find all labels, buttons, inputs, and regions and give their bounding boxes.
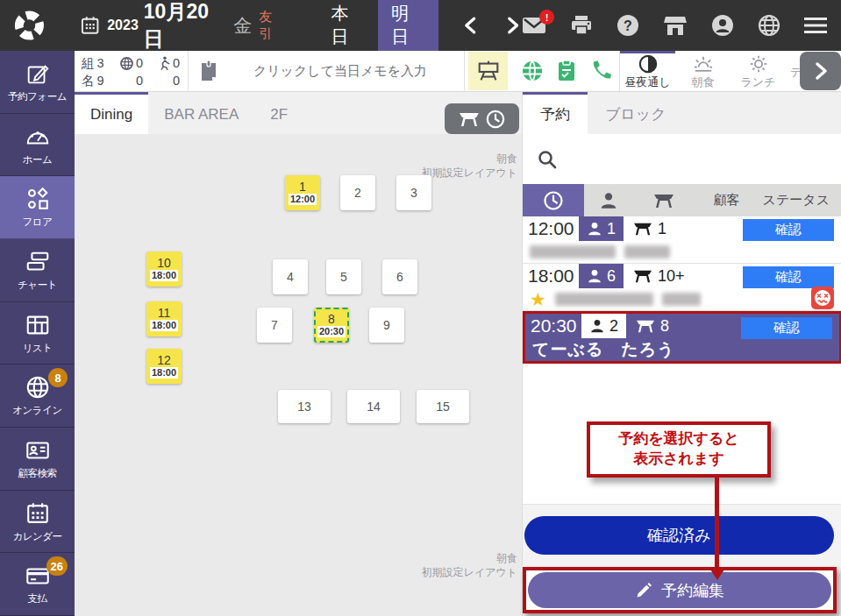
phone-icon[interactable]: [589, 60, 612, 82]
guests-column[interactable]: [584, 191, 633, 210]
waitlist-clipboard-icon[interactable]: [557, 60, 576, 82]
chart-icon: [25, 249, 51, 275]
floor-table-6[interactable]: 6: [382, 259, 417, 294]
board-button[interactable]: [468, 52, 508, 90]
floor-tab-dining[interactable]: Dining: [75, 92, 148, 134]
floor-table-2[interactable]: 2: [340, 175, 375, 210]
confirm-button[interactable]: 確認: [743, 219, 834, 241]
svg-text:?: ?: [624, 18, 632, 33]
menu-icon[interactable]: [804, 17, 827, 34]
person-icon: [587, 268, 602, 284]
floor-table-15[interactable]: 15: [417, 390, 469, 423]
panel-tab-reservations[interactable]: 予約: [523, 92, 588, 134]
floor-tab-bar-area[interactable]: BAR AREA: [148, 92, 254, 134]
floor-table-9[interactable]: 9: [369, 308, 404, 343]
date-year: 2023: [107, 18, 139, 33]
chevron-right-icon: [812, 60, 830, 81]
mark-confirmed-button[interactable]: 確認済み: [524, 516, 834, 555]
sidebar-item-chart[interactable]: チャート: [0, 239, 75, 302]
clock-icon: [543, 190, 564, 211]
floor-tab-2f[interactable]: 2F: [254, 92, 303, 134]
table-icon: [635, 317, 656, 335]
reservation-row-2030-selected[interactable]: 20:30 2 8 確認: [523, 311, 841, 364]
person-icon: [589, 318, 605, 334]
floor-table-12[interactable]: 1218:00: [146, 349, 182, 384]
day-memo-input[interactable]: クリックして当日メモを入力: [189, 51, 465, 91]
sort-by-time-cell[interactable]: [523, 184, 584, 216]
reservation-rows: 12:00 1 1 確認: [523, 216, 841, 364]
guest-count-chip: 1: [579, 216, 624, 241]
customer-column[interactable]: 顧客: [714, 192, 740, 209]
tomorrow-button[interactable]: 明日: [378, 0, 438, 51]
floor-table-1[interactable]: 112:00: [285, 175, 320, 210]
sidebar-item-home[interactable]: ホーム: [0, 114, 75, 177]
floor-table-7[interactable]: 7: [257, 308, 292, 343]
floor-map: Dining BAR AREA 2F 朝食 初期設定レイアウト 朝食: [75, 92, 522, 616]
floor-table-10[interactable]: 1018:00: [146, 251, 182, 287]
floor-icon: [25, 186, 51, 212]
reservation-row-1800[interactable]: 18:00 6 10+ 確認: [523, 264, 841, 311]
table-icon: [632, 220, 653, 237]
tables-column[interactable]: [633, 191, 695, 210]
status-column[interactable]: ステータス: [763, 192, 830, 209]
panel-tab-strip: 予約 ブロック: [523, 92, 841, 134]
panel-tab-block[interactable]: ブロック: [588, 92, 684, 134]
app-logo-icon: [12, 8, 46, 43]
web-reservation-icon[interactable]: [521, 60, 544, 82]
floor-table-3[interactable]: 3: [396, 175, 431, 210]
printer-icon[interactable]: [570, 15, 593, 36]
prev-day-icon[interactable]: [461, 15, 480, 36]
date-main: 10月20日: [144, 0, 226, 53]
reservation-row-1200[interactable]: 12:00 1 1 確認: [523, 216, 841, 264]
guest-count-chip: 6: [579, 264, 624, 288]
edit-form-icon: [25, 60, 51, 87]
sidebar-item-online[interactable]: 8 オンライン: [0, 365, 75, 428]
meal-tabs-next-button[interactable]: [800, 52, 841, 90]
meal-tab-lunch[interactable]: ランチ: [731, 51, 786, 91]
store-icon[interactable]: [663, 14, 688, 37]
person-icon: [599, 191, 618, 210]
online-stat-icon: [120, 57, 133, 70]
account-icon[interactable]: [711, 14, 734, 37]
meal-tab-allday[interactable]: 昼夜通し: [620, 51, 675, 91]
floor-table-5[interactable]: 5: [326, 259, 361, 294]
payment-badge: 26: [46, 556, 68, 576]
date-rokuyo: 友引: [259, 9, 284, 42]
sidebar-item-list[interactable]: リスト: [0, 302, 75, 365]
sidebar-item-floor[interactable]: フロア: [0, 176, 75, 239]
reservation-search[interactable]: [523, 134, 841, 184]
floor-table-13[interactable]: 13: [278, 390, 331, 423]
sun-icon: [748, 54, 769, 74]
sidebar: 予約フォーム ホーム フロア チャート リスト 8 オンライン: [0, 51, 75, 616]
edit-highlight-box: 予約編集: [523, 567, 837, 613]
topbar: 2023 10月20日 金 友引 本日 明日 ! ?: [0, 0, 841, 51]
search-input[interactable]: [567, 152, 828, 167]
sidebar-item-customer-search[interactable]: 顧客検索: [0, 428, 75, 491]
sidebar-item-calendar[interactable]: カレンダー: [0, 491, 75, 554]
meal-tab-breakfast[interactable]: 朝食: [675, 51, 731, 91]
table-count: 8: [635, 317, 669, 336]
floor-table-4[interactable]: 4: [273, 259, 308, 294]
sidebar-item-reservation-form[interactable]: 予約フォーム: [0, 51, 75, 114]
next-day-icon[interactable]: [503, 15, 522, 36]
list-icon: [25, 312, 51, 338]
globe-icon[interactable]: [758, 14, 780, 37]
confirm-button[interactable]: 確認: [741, 317, 832, 339]
confirm-button[interactable]: 確認: [743, 266, 834, 288]
annotation-callout: 予約を選択すると 表示されます: [587, 421, 771, 478]
edit-reservation-button[interactable]: 予約編集: [528, 572, 831, 608]
reservation-app: 2023 10月20日 金 友引 本日 明日 ! ?: [0, 0, 841, 616]
mail-icon[interactable]: !: [522, 16, 546, 35]
annotation-arrow: [715, 478, 719, 569]
floor-table-11[interactable]: 1118:00: [146, 301, 182, 336]
table-icon: [632, 267, 653, 285]
customer-name-redacted: ★: [523, 288, 841, 310]
walkin-stat-icon: [159, 56, 170, 70]
layout-mode-button[interactable]: [445, 103, 519, 134]
memo-placeholder: クリックして当日メモを入力: [227, 63, 453, 80]
help-icon[interactable]: ?: [616, 14, 639, 37]
floor-table-8-selected[interactable]: 820:30: [314, 308, 349, 343]
today-button[interactable]: 本日: [317, 0, 378, 51]
floor-table-14[interactable]: 14: [347, 390, 400, 423]
sidebar-item-payment[interactable]: 26 支払: [0, 553, 75, 616]
